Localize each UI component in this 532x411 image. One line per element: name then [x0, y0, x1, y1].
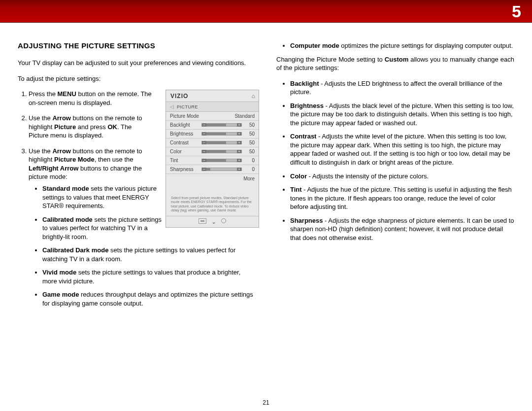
plus-icon[interactable]: +: [237, 168, 241, 171]
page-content: ADJUSTING THE PICTURE SETTINGS Your TV d…: [0, 23, 532, 315]
osd-row-color[interactable]: Color−+50: [166, 147, 259, 156]
slider[interactable]: −+: [201, 141, 242, 144]
osd-title: PICTURE: [177, 104, 198, 109]
plus-icon[interactable]: +: [237, 123, 241, 127]
chapter-header-bar: 5: [0, 0, 532, 23]
intro-paragraph: Your TV display can be adjusted to suit …: [18, 59, 256, 68]
osd-logo: VIZIO: [170, 93, 188, 100]
chevron-down-icon[interactable]: ⌄: [211, 218, 216, 225]
setting-color: Color - Adjusts the intensity of the pic…: [290, 172, 514, 181]
right-column: Computer mode optimizes the picture sett…: [276, 41, 514, 315]
minus-icon[interactable]: −: [202, 159, 206, 162]
osd-help-text: Select from preset picture modes. Standa…: [166, 183, 259, 216]
minus-icon[interactable]: −: [202, 150, 206, 153]
steps-with-osd: Press the MENU button on the remote. The…: [18, 90, 256, 308]
slider[interactable]: −+: [201, 159, 242, 162]
plus-icon[interactable]: +: [237, 150, 241, 153]
mode-game: Game mode reduces throughput delays and …: [42, 290, 254, 308]
plus-icon[interactable]: +: [237, 159, 241, 162]
minus-icon[interactable]: −: [202, 123, 206, 127]
chapter-number: 5: [512, 2, 521, 21]
gear-icon[interactable]: [221, 218, 226, 223]
setting-contrast: Contrast - Adjusts the white level of th…: [290, 132, 514, 167]
minus-icon[interactable]: −: [202, 132, 206, 136]
osd-row-backlight[interactable]: Backlight−+50: [166, 121, 259, 130]
minus-icon[interactable]: −: [202, 141, 206, 144]
custom-settings-list: Backlight - Adjusts the LED brightness t…: [276, 79, 514, 242]
setting-backlight: Backlight - Adjusts the LED brightness t…: [290, 79, 514, 97]
osd-row-sharpness[interactable]: Sharpness−+0: [166, 165, 259, 174]
plus-icon[interactable]: +: [237, 132, 241, 136]
mode-vivid: Vivid mode sets the picture settings to …: [42, 268, 254, 285]
osd-picture-menu: VIZIO ⌂ ◁ PICTURE Picture Mode Standard …: [166, 90, 259, 228]
mode-calibrated-dark: Calibrated Dark mode sets the picture se…: [42, 246, 254, 263]
page-number: 21: [0, 399, 532, 406]
osd-row-tint[interactable]: Tint−+0: [166, 156, 259, 165]
slider[interactable]: −+: [201, 150, 242, 153]
lead-in: To adjust the picture settings:: [18, 74, 256, 83]
slider[interactable]: −+: [201, 132, 242, 136]
home-icon[interactable]: ⌂: [252, 93, 255, 100]
back-icon[interactable]: ◁: [170, 104, 174, 109]
minus-icon[interactable]: −: [202, 168, 206, 171]
slider[interactable]: −+: [201, 168, 242, 171]
left-column: ADJUSTING THE PICTURE SETTINGS Your TV d…: [18, 41, 256, 315]
section-heading: ADJUSTING THE PICTURE SETTINGS: [18, 41, 256, 50]
custom-lead: Changing the Picture Mode setting to Cus…: [276, 55, 514, 72]
wide-icon[interactable]: [199, 218, 206, 224]
osd-row-picture-mode[interactable]: Picture Mode Standard: [166, 112, 259, 121]
slider[interactable]: −+: [201, 123, 242, 127]
mode-computer: Computer mode optimizes the picture sett…: [290, 41, 514, 50]
osd-footer: ⌄: [166, 216, 259, 227]
setting-tint: Tint - Adjusts the hue of the picture. T…: [290, 185, 514, 211]
setting-brightness: Brightness - Adjusts the black level of …: [290, 102, 514, 128]
setting-sharpness: Sharpness - Adjusts the edge sharpness o…: [290, 216, 514, 242]
osd-more[interactable]: More: [166, 174, 259, 183]
osd-row-contrast[interactable]: Contrast−+50: [166, 138, 259, 147]
mode-continued-list: Computer mode optimizes the picture sett…: [276, 41, 514, 50]
osd-row-brightness[interactable]: Brightness−+50: [166, 130, 259, 138]
plus-icon[interactable]: +: [237, 141, 241, 144]
